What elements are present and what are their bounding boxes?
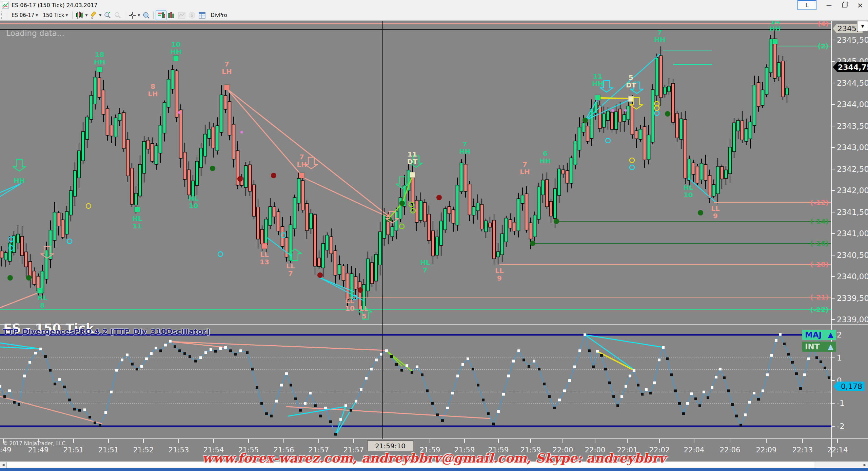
svg-text:2339,00: 2339,00 <box>837 315 868 324</box>
svg-text:2: 2 <box>837 330 842 339</box>
data-box-button[interactable] <box>141 11 151 20</box>
svg-text:(4): (4) <box>818 20 829 28</box>
svg-text:2342,50: 2342,50 <box>837 165 868 173</box>
tag-arrow <box>833 24 837 33</box>
svg-text:(-22): (-22) <box>810 306 829 314</box>
link-button[interactable]: L <box>797 0 816 10</box>
chevron-down-icon: ▼ <box>36 14 38 17</box>
svg-text:-2: -2 <box>837 422 845 431</box>
zoom-out-button[interactable] <box>113 11 123 20</box>
crosshair-time-label: 21:59:10 <box>367 441 413 451</box>
line-chart-icon <box>178 11 186 19</box>
grid-properties-button[interactable] <box>197 11 207 20</box>
panel-layout-button[interactable] <box>156 11 166 20</box>
svg-text:(-14): (-14) <box>810 217 829 225</box>
oscillator-value-marker: -0,178 <box>833 382 865 391</box>
window-bottom-border <box>0 468 868 471</box>
instrument-label: ES 06-17 <box>12 12 34 18</box>
loading-status: Loading data... <box>6 29 64 38</box>
indicator-panel-icon <box>157 11 165 19</box>
bars-panel-button[interactable] <box>166 11 177 20</box>
svg-text:(-21): (-21) <box>810 293 829 301</box>
svg-text:HH: HH <box>14 177 25 185</box>
cursor-mode-button[interactable]: ▼ <box>127 11 141 20</box>
svg-text:2341,00: 2341,00 <box>837 229 868 238</box>
close-button[interactable]: × <box>852 1 868 9</box>
svg-text:2340,50: 2340,50 <box>837 251 868 260</box>
last-price-value: 2344,75 <box>837 62 868 72</box>
svg-text:14HH: 14HH <box>769 20 781 33</box>
svg-text:LL13: LL13 <box>260 250 269 266</box>
crosshair-icon <box>128 11 136 19</box>
svg-text:HL11: HL11 <box>132 214 142 230</box>
chart-area[interactable]: (4)(2)(-12)(-14)(-16)(-18)(-21)(-22)HH18… <box>0 20 868 471</box>
dollar-icon: $ <box>188 11 196 19</box>
up-arrow-icon: ▲ <box>828 343 833 351</box>
chevron-down-icon: ▼ <box>65 14 68 17</box>
int-label: INT <box>805 342 820 351</box>
svg-text:1: 1 <box>837 353 842 362</box>
chart-style-button[interactable]: ▼ <box>75 11 88 20</box>
line-chart-button[interactable] <box>177 11 187 20</box>
magnifier-icon <box>142 11 150 19</box>
svg-text:(-16): (-16) <box>810 239 829 247</box>
table-icon <box>198 11 206 19</box>
oscillator-value: -0,178 <box>837 382 865 391</box>
svg-text:2342,00: 2342,00 <box>837 186 868 195</box>
major-signal-badge: MAJ ▲ <box>802 330 836 340</box>
svg-text:HL10: HL10 <box>189 194 199 210</box>
minimize-button[interactable]: — <box>821 1 837 9</box>
restore-button[interactable] <box>837 1 852 9</box>
tag-arrow <box>833 382 837 391</box>
svg-text:LL10: LL10 <box>345 297 355 312</box>
svg-text:2344,50: 2344,50 <box>837 79 868 87</box>
interval-selector[interactable]: 150 Tick▼ <box>40 12 70 19</box>
svg-text:2339,50: 2339,50 <box>837 294 868 303</box>
svg-text:2341,50: 2341,50 <box>837 208 868 217</box>
maj-label: MAJ <box>805 330 822 339</box>
bars-icon <box>167 11 176 19</box>
chart-plot: (4)(2)(-12)(-14)(-16)(-18)(-21)(-22)HH18… <box>0 20 868 471</box>
up-arrow-icon: ▲ <box>828 331 833 339</box>
svg-text:10HH: 10HH <box>170 40 181 56</box>
svg-text:(2): (2) <box>818 42 829 50</box>
instrument-selector[interactable]: ES 06-17▼ <box>9 12 40 19</box>
zoom-out-icon <box>114 11 122 19</box>
oscillator-title: TTP_DivergencesPRO 4.2 [TTP_Div_310Oscil… <box>3 327 210 336</box>
candlestick-icon <box>76 11 84 19</box>
ninjatrader-chart-window: { "window": { "title": "ES 06-17 (150 Ti… <box>0 0 868 471</box>
last-price-marker: 2344,75 <box>833 62 868 72</box>
toolbar: ES 06-17▼ 150 Tick▼ ▼ ▼ <box>0 10 868 21</box>
svg-text:2340,00: 2340,00 <box>837 272 868 281</box>
svg-text:2344,00: 2344,00 <box>837 100 868 109</box>
chevron-down-icon: ▼ <box>99 14 101 17</box>
restore-icon <box>842 3 847 7</box>
zoom-in-button[interactable] <box>102 11 113 20</box>
toolbar-grip[interactable] <box>1 12 5 19</box>
svg-text:$: $ <box>191 13 193 18</box>
svg-text:11HH: 11HH <box>592 72 603 88</box>
chevron-down-icon: ▼ <box>85 14 87 17</box>
interval-label: 150 Tick <box>43 12 64 18</box>
zoom-in-icon <box>103 11 112 19</box>
watermark-text: www.forex-warez.com, andreybbrv@gmail.co… <box>0 451 868 466</box>
svg-text:11DT: 11DT <box>407 150 418 166</box>
svg-text:HL10: HL10 <box>683 183 693 199</box>
svg-text:2343,50: 2343,50 <box>837 122 868 130</box>
pencil-icon <box>90 11 98 19</box>
intermediate-signal-badge: INT ▲ <box>802 342 836 352</box>
window-title: ES 06-17 (150 Tick) 24.03.2017 <box>12 2 98 8</box>
svg-text:(-18): (-18) <box>810 260 829 268</box>
svg-text:(-12): (-12) <box>810 199 829 207</box>
drawing-tools-button[interactable]: ▼ <box>88 11 102 20</box>
copyright-notice: © 2017 NinjaTrader, LLC <box>3 441 65 447</box>
account-button[interactable]: $ <box>187 11 197 20</box>
tag-arrow <box>833 62 837 72</box>
price-axis-dropdown-button[interactable]: ▼ <box>857 21 868 31</box>
svg-text:18HH: 18HH <box>94 50 105 66</box>
app-chart-icon <box>2 2 9 8</box>
title-bar: ES 06-17 (150 Tick) 24.03.2017 L — × <box>0 0 868 10</box>
svg-text:2345,50: 2345,50 <box>837 36 868 44</box>
divpro-indicator-label[interactable]: DivPro <box>211 12 227 18</box>
svg-text:-1: -1 <box>837 399 845 408</box>
